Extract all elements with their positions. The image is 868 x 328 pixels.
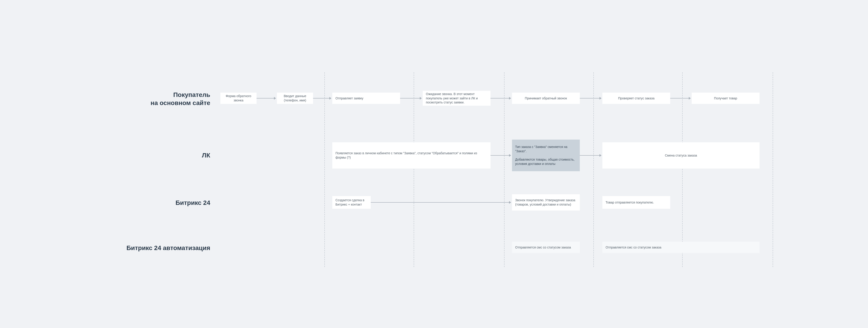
column-divider — [593, 72, 594, 267]
node-lk-status-change: Смена статуса заказа — [602, 142, 760, 168]
node-text: Отправляет заявку — [336, 96, 363, 101]
arrow — [491, 98, 511, 98]
node-buyer-receive: Получает товар — [692, 93, 760, 104]
node-text: Появляется заказ в личном кабинете с тип… — [336, 151, 487, 160]
node-text: Товар отправляется покупателю. — [606, 200, 654, 205]
arrow — [670, 98, 690, 98]
node-auto-sms2: Отправляется смс со статусом заказа — [602, 242, 760, 253]
node-text: Тип заказа с "Заявка" сменяется на "Зака… — [515, 145, 577, 166]
node-buyer-callback: Принимает обратный звонок — [512, 93, 580, 104]
node-lk-order-appears: Появляется заказ в личном кабинете с тип… — [332, 142, 491, 168]
lane-label-text: Битрикс 24 автоматизация — [126, 244, 210, 252]
arrow — [400, 98, 422, 98]
node-bitrix-call: Звонок покупателю. Утверждение заказа (т… — [512, 194, 580, 210]
arrow — [371, 202, 511, 203]
node-bitrix-ship: Товар отправляется покупателю. — [602, 196, 670, 209]
column-divider — [324, 72, 325, 267]
lane-label-text: Покупатель на основном сайте — [151, 91, 210, 106]
lane-label-buyer: Покупатель на основном сайте — [120, 91, 210, 107]
arrow — [491, 155, 511, 156]
node-text: Создается сделка в Битрикс + контакт — [336, 198, 368, 207]
node-text: Получает товар — [714, 96, 737, 101]
column-divider — [682, 72, 683, 267]
lane-label-bitrix: Битрикс 24 — [120, 199, 210, 207]
node-text: Звонок покупателю. Утверждение заказа (т… — [515, 198, 577, 207]
arrow — [313, 98, 331, 98]
arrow — [256, 98, 276, 98]
node-text: Проверяет статус заказа — [618, 96, 654, 101]
column-divider — [773, 72, 773, 267]
node-buyer-submit: Отправляет заявку — [332, 93, 400, 104]
lane-label-text: ЛК — [202, 152, 210, 159]
node-text: Форма обратного звонка — [223, 94, 253, 103]
arrow — [580, 155, 601, 156]
node-buyer-input: Вводит данные (телефон, имя) — [277, 93, 313, 104]
arrow — [580, 98, 601, 98]
column-divider — [504, 72, 504, 267]
node-buyer-form: Форма обратного звонка — [220, 93, 256, 104]
node-text: Отправляется смс со статусом заказа — [606, 245, 661, 250]
node-auto-sms1: Отправляется смс со статусом заказа — [512, 242, 580, 253]
lane-label-lk: ЛК — [120, 151, 210, 160]
node-text: Ожидание звонка. В этот момент покупател… — [426, 92, 487, 105]
node-text: Отправляется смс со статусом заказа — [515, 245, 571, 250]
node-buyer-check: Проверяет статус заказа — [602, 93, 670, 104]
node-buyer-waiting: Ожидание звонка. В этот момент покупател… — [423, 91, 491, 106]
node-text: Принимает обратный звонок — [525, 96, 567, 101]
node-text: Смена статуса заказа — [665, 153, 697, 158]
column-divider — [414, 72, 414, 267]
node-bitrix-deal: Создается сделка в Битрикс + контакт — [332, 196, 371, 209]
lane-label-text: Битрикс 24 — [176, 199, 210, 206]
lane-label-bitrix-auto: Битрикс 24 автоматизация — [120, 244, 210, 252]
node-lk-type-change: Тип заказа с "Заявка" сменяется на "Зака… — [512, 140, 580, 171]
node-text: Вводит данные (телефон, имя) — [280, 94, 310, 103]
